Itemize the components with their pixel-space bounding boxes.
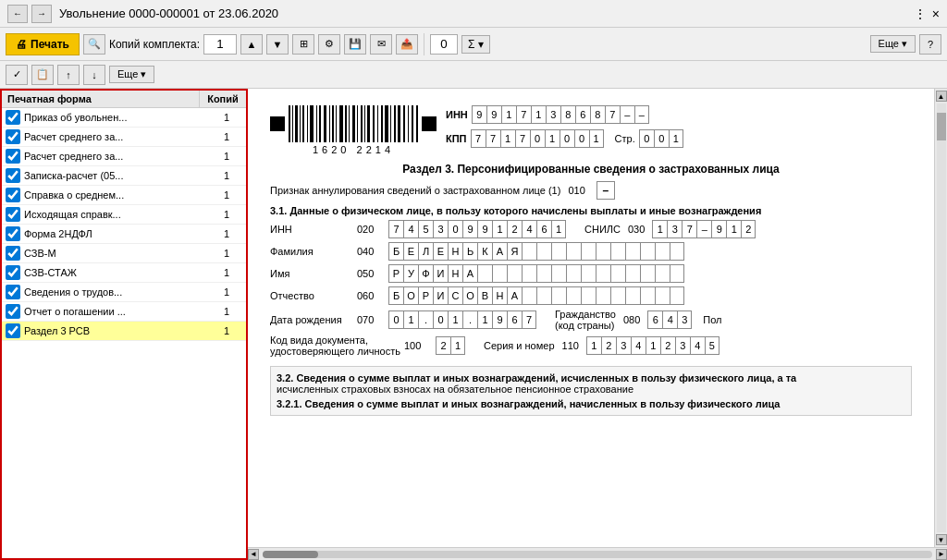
tb2-btn3[interactable]: ↑ <box>57 65 80 85</box>
scroll-track-horizontal[interactable] <box>263 551 932 558</box>
help-button[interactable]: ? <box>919 34 941 55</box>
grid-button[interactable]: ⊞ <box>292 34 314 55</box>
copies-up[interactable]: ▲ <box>240 34 263 55</box>
panel-item-check-4[interactable] <box>6 188 20 202</box>
panel-item-check-5[interactable] <box>6 207 20 222</box>
panel-item-check-2[interactable] <box>6 149 20 164</box>
panel-item-copies-11: 1 <box>215 325 242 336</box>
citizen-code: 080 <box>623 314 640 325</box>
scroll-down-arrow[interactable]: ▼ <box>936 534 947 545</box>
panel-item-check-1[interactable] <box>6 129 20 144</box>
panel-item-check-10[interactable] <box>6 304 20 319</box>
svg-rect-26 <box>394 105 396 142</box>
number-input[interactable] <box>430 34 458 55</box>
inn-char-1: 9 <box>472 105 486 124</box>
svg-rect-1 <box>292 105 293 142</box>
panel-item-7[interactable]: СЗВ-М1 <box>2 244 246 263</box>
svg-rect-9 <box>324 105 326 142</box>
panel-item-8[interactable]: СЗВ-СТАЖ1 <box>2 263 246 283</box>
annul-row: Признак аннулирования сведений о застрах… <box>270 181 912 200</box>
window-title: Увольнение 0000-000001 от 23.06.2020 <box>59 6 906 20</box>
panel-item-5[interactable]: Исходящая справк...1 <box>2 205 246 225</box>
scroll-right-arrow[interactable]: ► <box>936 549 947 560</box>
col-form-label: Печатная форма <box>2 91 200 107</box>
svg-rect-7 <box>316 105 317 142</box>
panel-item-check-0[interactable] <box>6 110 20 125</box>
svg-rect-15 <box>349 105 350 142</box>
inn-kpp-area: ИНН 9 9 1 7 1 3 8 6 <box>446 105 912 148</box>
tb2-btn2[interactable]: 📋 <box>31 65 54 85</box>
panel-item-10[interactable]: Отчет о погашении ...1 <box>2 302 246 322</box>
kpp-char-4: 7 <box>515 129 530 148</box>
panel-item-0[interactable]: Приказ об увольнен...1 <box>2 108 246 128</box>
inn-char-3: 1 <box>501 105 516 124</box>
annul-value: – <box>596 181 615 200</box>
save-button[interactable]: 💾 <box>344 34 366 55</box>
barcode-svg <box>289 105 418 142</box>
scroll-track-vertical[interactable] <box>937 103 946 532</box>
panel-item-4[interactable]: Справка о среднем...1 <box>2 186 246 205</box>
panel-item-check-7[interactable] <box>6 246 20 261</box>
inn-char-12: – <box>634 105 649 124</box>
scroll-thumb-horizontal[interactable] <box>263 551 318 558</box>
panel-item-9[interactable]: Сведения о трудов...1 <box>2 283 246 302</box>
copies-down-icon[interactable]: ▼ <box>266 34 289 55</box>
doc-label: Код вида документа,удостоверяющего лично… <box>270 335 400 357</box>
panel-item-copies-3: 1 <box>215 170 242 181</box>
panel-item-check-6[interactable] <box>6 226 20 241</box>
name-code: 050 <box>357 268 385 279</box>
document-view[interactable]: 1620 2214 ИНН 9 9 1 <box>248 89 934 547</box>
panel-header: Печатная форма Копий <box>2 91 246 108</box>
inn-label: ИНН <box>446 109 468 120</box>
printer-icon: 🖨 <box>16 38 27 51</box>
back-button[interactable]: ← <box>7 5 28 23</box>
preview-button[interactable]: 🔍 <box>83 34 105 55</box>
scroll-left-arrow[interactable]: ◄ <box>248 549 259 560</box>
tb2-more[interactable]: Еще ▾ <box>109 66 154 83</box>
copies-input[interactable] <box>203 34 237 55</box>
panel-item-check-11[interactable] <box>6 323 20 338</box>
fam-row: Фамилия 040 Б Е Л Е Н Ь К А <box>270 242 912 261</box>
panel-item-check-8[interactable] <box>6 265 20 280</box>
tb2-btn4[interactable]: ↓ <box>83 65 105 85</box>
panel-item-check-9[interactable] <box>6 285 20 299</box>
kpp-char-8: 0 <box>574 129 589 148</box>
name-label: Имя <box>270 268 353 279</box>
panel-item-check-3[interactable] <box>6 168 20 183</box>
settings-button[interactable]: ⚙ <box>318 34 340 55</box>
svg-rect-11 <box>332 105 334 142</box>
fam-code: 040 <box>357 246 385 257</box>
forms-panel: Печатная форма Копий Приказ об увольнен.… <box>0 89 248 560</box>
svg-rect-17 <box>357 105 358 142</box>
panel-item-copies-10: 1 <box>215 306 242 317</box>
email-button[interactable]: ✉ <box>370 34 392 55</box>
pol-label: Пол <box>703 314 721 325</box>
scroll-up-arrow[interactable]: ▲ <box>936 91 947 102</box>
tb2-btn1[interactable]: ✓ <box>6 65 28 85</box>
kpp-char-7: 0 <box>560 129 574 148</box>
sigma-button[interactable]: Σ ▾ <box>461 35 490 54</box>
forward-button[interactable]: → <box>31 5 52 23</box>
panel-item-11[interactable]: Раздел 3 РСВ1 <box>2 322 246 341</box>
main-window: ← → Увольнение 0000-000001 от 23.06.2020… <box>0 0 947 560</box>
panel-item-copies-2: 1 <box>215 151 242 162</box>
panel-item-1[interactable]: Расчет среднего за...1 <box>2 128 246 147</box>
close-icon[interactable]: × <box>932 6 940 21</box>
panel-item-label-0: Приказ об увольнен... <box>24 112 215 123</box>
print-button[interactable]: 🖨 Печать <box>6 33 80 55</box>
scroll-thumb-vertical[interactable] <box>937 113 946 140</box>
str-char-1: 0 <box>639 129 654 148</box>
panel-item-2[interactable]: Расчет среднего за...1 <box>2 147 246 166</box>
ser-chars: 1 2 3 4 1 2 3 4 5 <box>586 336 719 355</box>
inn-data-code: 020 <box>357 224 385 235</box>
dob-chars: 0 1 . 0 1 . 1 9 6 7 <box>388 310 536 329</box>
menu-icon[interactable]: ⋮ <box>914 6 927 21</box>
export-button[interactable]: 📤 <box>396 34 418 55</box>
panel-item-label-9: Сведения о трудов... <box>24 286 215 298</box>
panel-item-3[interactable]: Записка-расчет (05...1 <box>2 166 246 186</box>
barcode-top <box>270 105 437 142</box>
inn-data-label: ИНН <box>270 224 353 235</box>
svg-rect-19 <box>364 105 365 142</box>
panel-item-6[interactable]: Форма 2НДФЛ1 <box>2 225 246 244</box>
more-button[interactable]: Еще ▾ <box>870 35 916 53</box>
